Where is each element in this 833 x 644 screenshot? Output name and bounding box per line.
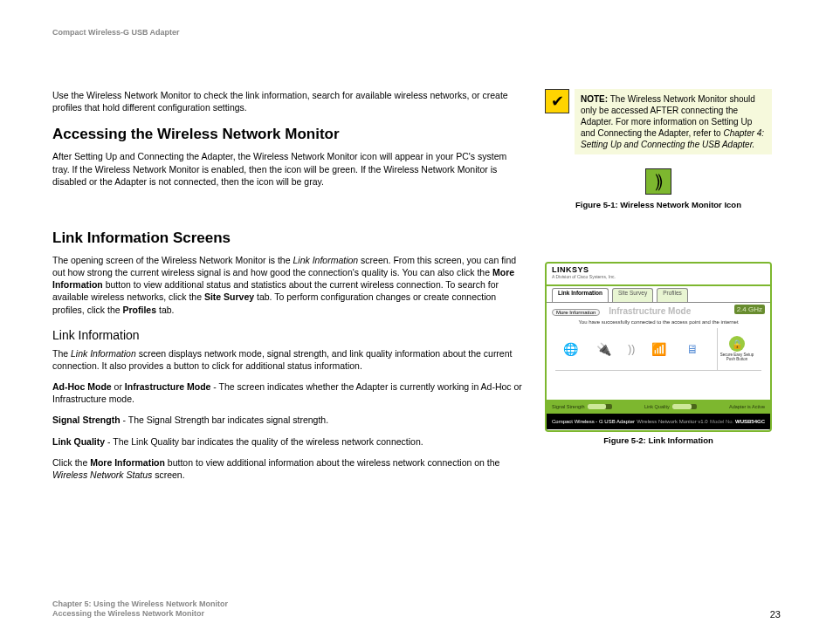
text-bold: Ad-Hoc Mode xyxy=(52,381,112,392)
paragraph-link-overview: The opening screen of the Wireless Netwo… xyxy=(52,254,524,316)
linksys-logo: LINKSYS xyxy=(552,265,765,274)
text-bold: Link Quality xyxy=(52,436,105,447)
figure-1-caption: Figure 5-1: Wireless Network Monitor Ico… xyxy=(545,200,772,209)
secure-setup-label: Secure Easy Setup Push Button xyxy=(718,353,756,362)
status-bars: Signal Strength Link Quality Adapter is … xyxy=(547,400,770,414)
text-fragment: Click the xyxy=(52,457,90,468)
screenshot-header: LINKSYS A Division of Cisco Systems, Inc… xyxy=(547,264,770,286)
signal-waves-icon: )) xyxy=(628,343,635,355)
footer-line-2: Accessing the Wireless Network Monitor xyxy=(52,609,228,620)
text-fragment: The opening screen of the Wireless Netwo… xyxy=(52,255,293,265)
paragraph-link-quality: Link Quality - The Link Quality bar indi… xyxy=(52,435,524,448)
router-icon: 📶 xyxy=(650,339,669,359)
side-column: ✔ NOTE: The Wireless Network Monitor sho… xyxy=(545,89,772,490)
text-fragment: screen. xyxy=(152,469,184,480)
connection-graphic: 🌐 🔌 )) 📶 🖥 🔒 Secure Easy Setup Push Butt… xyxy=(555,328,761,371)
subheading-link-information: Link Information xyxy=(52,328,524,342)
text-bold: Profiles xyxy=(123,305,157,315)
text-fragment: button to view additional information ab… xyxy=(165,457,499,468)
product-name: Compact Wireless - G USB Adapter xyxy=(552,419,635,424)
text-italic: Wireless Network Status xyxy=(52,469,152,480)
paragraph-accessing: After Setting Up and Connecting the Adap… xyxy=(52,150,524,188)
secure-setup-panel: 🔒 Secure Easy Setup Push Button xyxy=(717,328,756,370)
link-quality-label: Link Quality xyxy=(644,404,670,409)
lock-icon[interactable]: 🔒 xyxy=(729,336,745,352)
tab-site-survey[interactable]: Site Survey xyxy=(612,288,653,302)
more-information-button[interactable]: More Information xyxy=(552,309,600,316)
text-fragment: or xyxy=(112,381,125,392)
text-bold: Signal Strength xyxy=(52,414,120,425)
tab-link-information[interactable]: Link Information xyxy=(552,288,609,302)
globe-icon: 🌐 xyxy=(561,339,580,359)
tab-profiles[interactable]: Profiles xyxy=(657,288,688,302)
screenshot-body: More Information Infrastructure Mode 2.4… xyxy=(547,302,770,400)
page-number: 23 xyxy=(770,609,781,620)
heading-accessing: Accessing the Wireless Network Monitor xyxy=(52,126,524,143)
screenshot-footer: Compact Wireless - G USB Adapter Wireles… xyxy=(547,414,770,429)
connection-message: You have successfully connected to the a… xyxy=(552,319,765,325)
figure-1-icon-wrap: ⸩ xyxy=(545,168,772,195)
model-number: Model No. WUSB54GC xyxy=(710,419,765,424)
link-quality-group: Link Quality xyxy=(644,404,697,409)
signal-strength-label: Signal Strength xyxy=(552,404,585,409)
text-bold: More Information xyxy=(90,457,165,468)
text-italic: Link Information xyxy=(293,255,358,265)
main-column: Use the Wireless Network Monitor to chec… xyxy=(52,89,524,490)
text-bold: Infrastructure Mode xyxy=(125,381,211,392)
header-product: Compact Wireless-G USB Adapter xyxy=(52,28,781,37)
adapter-active-label: Adapter is Active xyxy=(729,404,765,409)
warning-icon: ✔ xyxy=(545,89,569,113)
footer-chapter-info: Chapter 5: Using the Wireless Network Mo… xyxy=(52,599,228,620)
screenshot-tabs: Link Information Site Survey Profiles xyxy=(547,286,770,302)
wireless-monitor-icon: ⸩ xyxy=(645,168,671,195)
note-callout: ✔ NOTE: The Wireless Network Monitor sho… xyxy=(545,89,772,154)
page-footer: Chapter 5: Using the Wireless Network Mo… xyxy=(52,599,781,620)
usb-adapter-icon: 🔌 xyxy=(595,339,614,359)
heading-link-info-screens: Link Information Screens xyxy=(52,230,524,247)
monitor-version: Wireless Network Monitor v1.0 xyxy=(637,419,707,424)
text-fragment: - The Signal Strength bar indicates sign… xyxy=(120,414,329,425)
linksys-sublogo: A Division of Cisco Systems, Inc. xyxy=(552,274,765,279)
text-fragment: - The Link Quality bar indicates the qua… xyxy=(105,436,423,447)
text-fragment: The xyxy=(52,348,71,359)
signal-strength-bar xyxy=(588,404,612,409)
paragraph-signal-strength: Signal Strength - The Signal Strength ba… xyxy=(52,414,524,426)
figure-2-caption: Figure 5-2: Link Information xyxy=(545,435,772,445)
text-fragment: tab. xyxy=(156,305,174,315)
pc-icon: 🖥 xyxy=(683,339,702,359)
intro-paragraph: Use the Wireless Network Monitor to chec… xyxy=(52,89,524,113)
paragraph-link-info-desc: The Link Information screen displays net… xyxy=(52,347,524,372)
text-italic: Link Information xyxy=(71,348,136,359)
note-box: NOTE: The Wireless Network Monitor shoul… xyxy=(575,89,772,154)
text-bold: Site Survey xyxy=(204,291,254,302)
paragraph-more-info: Click the More Information button to vie… xyxy=(52,456,524,481)
note-label: NOTE: xyxy=(581,94,608,104)
mode-label: Infrastructure Mode xyxy=(609,306,691,316)
ghz-badge: 2.4 GHz xyxy=(734,305,765,314)
paragraph-mode: Ad-Hoc Mode or Infrastructure Mode - The… xyxy=(52,380,524,405)
signal-strength-group: Signal Strength xyxy=(552,404,612,409)
footer-line-1: Chapter 5: Using the Wireless Network Mo… xyxy=(52,599,228,610)
link-quality-bar xyxy=(672,404,697,409)
figure-2-screenshot: LINKSYS A Division of Cisco Systems, Inc… xyxy=(545,262,772,432)
